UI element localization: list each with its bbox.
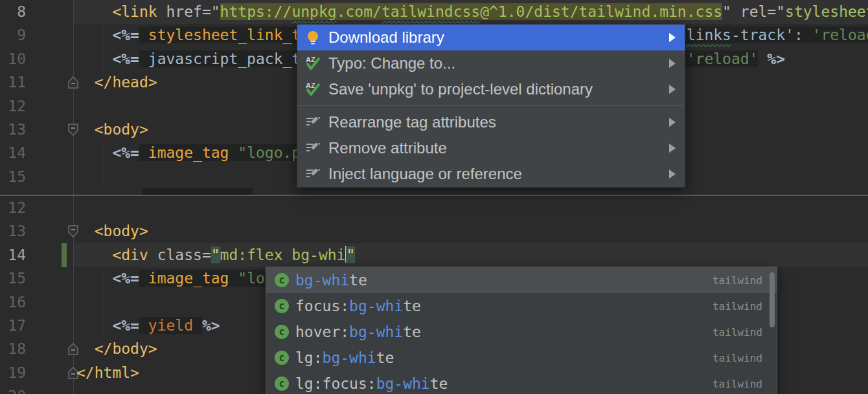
svg-text:AZ: AZ [306,56,315,63]
code-line[interactable] [74,94,76,118]
menu-separator [297,105,685,106]
completion-item-lg-focus-bg-white[interactable]: clg:focus:bg-whitetailwind [266,371,777,394]
line-number: 13 [0,118,26,142]
code-token: <%= [112,317,139,334]
submenu-arrow-icon [669,59,676,68]
code-token [193,317,202,334]
code-token [148,246,157,263]
code-line[interactable]: <link href="https://unpkg.com/tailwindcs… [74,0,868,24]
completion-item-lg-bg-white[interactable]: clg:bg-whitetailwind [266,345,777,371]
completion-tail-label: tailwind [713,326,762,338]
code-line[interactable]: </head> [74,71,157,94]
code-token: : [794,27,812,43]
completion-item-bg-white[interactable]: cbg-whitetailwind [266,267,777,293]
code-line[interactable] [74,384,76,394]
code-token: <body> [95,121,148,138]
scrollbar-thumb[interactable] [770,272,775,327]
menu-item-download-library[interactable]: Download library [297,25,685,50]
line-number: 12 [0,94,26,118]
completion-item-text: lg:focus:bg-white [295,375,713,392]
completion-tail-label: tailwind [713,274,762,287]
line-number: 10 [0,47,26,71]
completion-tail-label: tailwind [713,352,762,364]
menu-item-rearrange-tag-attributes[interactable]: Rearrange tag attributes [297,109,685,135]
completion-suffix: te [430,375,448,392]
submenu-arrow-icon [669,170,676,179]
code-line[interactable]: </body> [74,337,157,361]
code-token [76,144,112,161]
completion-match: bg-whi [323,349,376,366]
completion-tail-label: tailwind [713,300,762,312]
edit-icon [305,166,321,182]
menu-item-remove-attribute[interactable]: Remove attribute [297,135,685,161]
line-number: 8 [0,0,26,24]
completion-tail-label: tailwind [713,378,762,390]
editor-line: 8 <link href="https://unpkg.com/tailwind… [0,0,868,24]
completion-item-hover-bg-white[interactable]: chover:bg-whitetailwind [266,319,777,345]
code-token: <body> [95,223,148,239]
code-token [76,317,112,334]
completion-suffix: te [403,323,421,340]
code-token [139,317,148,334]
completion-prefix: lg: [295,349,323,366]
code-line[interactable] [74,196,76,220]
completion-item-focus-bg-white[interactable]: cfocus:bg-whitetailwind [266,293,777,319]
editor-line: 12 [0,196,868,220]
menu-item-label: Rearrange tag attributes [328,113,669,131]
line-number: 15 [0,267,26,290]
completion-list: cbg-whitetailwindcfocus:bg-whitetailwind… [266,267,777,394]
code-token [76,223,95,239]
code-token [139,270,148,287]
code-token: <div [112,246,148,263]
line-number: 15 [0,165,26,189]
code-token: " [346,246,355,263]
code-token: image_tag [148,144,229,161]
completion-suffix: te [349,272,367,289]
line-number: 14 [0,243,26,267]
completion-suffix: te [376,349,394,366]
code-line[interactable] [74,290,76,314]
code-token: </head> [95,74,157,91]
submenu-arrow-icon [669,144,676,153]
menu-item-save-unpkg-to-project-level-dictionary[interactable]: AZSave 'unpkg' to project-level dictiona… [297,76,685,102]
code-token [76,270,112,287]
submenu-arrow-icon [669,85,676,94]
menu-item-inject-language-or-reference[interactable]: Inject language or reference [297,161,685,187]
code-line[interactable]: <%= yield %> [74,314,220,338]
code-line[interactable] [74,165,76,189]
code-token: -track' [731,27,794,43]
menu-item-label: Save 'unpkg' to project-level dictionary [328,80,669,98]
code-token [139,50,148,67]
line-number: 18 [0,337,26,361]
menu-item-typo-change-to[interactable]: AZTypo: Change to... [297,50,685,76]
line-number: 14 [0,141,26,165]
intention-actions-popup: Download libraryAZTypo: Change to...AZSa… [297,24,685,188]
completion-item-text: focus:bg-white [295,298,713,314]
code-token [229,270,238,287]
editor-line: 13 <body> [0,219,868,243]
css-class-icon: c [275,351,289,365]
css-class-icon: c [275,377,289,391]
completion-popup: cbg-whitetailwindcfocus:bg-whitetailwind… [266,267,777,394]
code-token [76,74,95,91]
menu-item-label: Download library [328,28,669,47]
css-class-icon: c [275,299,289,313]
submenu-arrow-icon [669,33,676,42]
completion-match: bg-whi [349,323,403,340]
svg-text:AZ: AZ [306,82,315,89]
code-token: @^1.0/dist/tailwind.min.css [480,3,722,20]
code-token [157,3,166,20]
code-line[interactable]: </html> [74,361,139,385]
code-token: <%= [112,270,139,287]
line-number: 20 [0,384,26,394]
spellcheck-icon: AZ [305,82,321,97]
code-token: javascript_pack_tag [148,50,319,67]
completion-item-text: hover:bg-white [295,323,713,340]
code-line[interactable]: <body> [74,219,148,243]
code-token: rel=" [740,3,785,20]
code-token: <%= [112,144,139,161]
line-number: 19 [0,361,26,385]
code-token [76,121,95,138]
code-line[interactable]: <body> [74,118,148,142]
code-line[interactable]: <div class="md:flex bg-whi" [74,243,355,267]
